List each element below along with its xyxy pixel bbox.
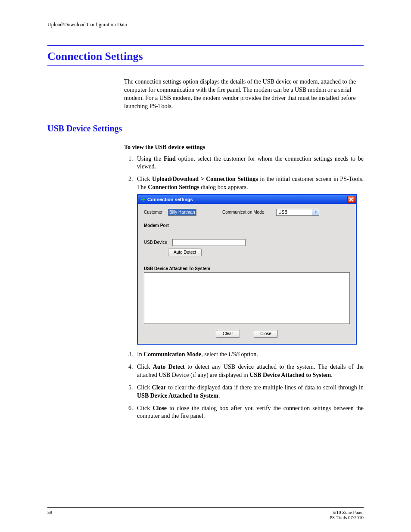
usb-device-label: USB Device	[144, 240, 168, 246]
step-1: Using the Find option, select the custom…	[134, 155, 364, 171]
step-text: Click	[137, 176, 152, 182]
step-italic: USB	[228, 351, 240, 358]
step-bold: Communication Mode	[143, 351, 201, 358]
intro-paragraph: The connection settings option displays …	[124, 78, 364, 111]
section-title: Connection Settings	[47, 49, 364, 64]
comm-mode-select[interactable]: USB ▾	[276, 209, 319, 216]
customer-field[interactable]: Billy Hartman	[168, 209, 196, 216]
customer-label: Customer	[144, 209, 164, 215]
step-bold: USB Device Attached to System	[137, 392, 218, 399]
step-text: In	[137, 351, 143, 358]
running-header: Upload/Download Configuration Data	[47, 22, 364, 28]
step-text: option.	[240, 351, 258, 358]
auto-detect-button[interactable]: Auto Detect	[168, 249, 202, 256]
step-text: .	[331, 372, 333, 378]
page-number: 58	[47, 510, 52, 520]
footer-date: PS-Tools 07/2010	[330, 515, 364, 520]
section-rule-top	[47, 45, 364, 46]
attached-list[interactable]	[144, 272, 350, 324]
comm-mode-value: USB	[278, 209, 287, 215]
subsection-title: USB Device Settings	[47, 124, 364, 134]
usb-device-field[interactable]	[172, 239, 246, 246]
step-text: to clear the displayed data if there are…	[166, 384, 364, 391]
attached-label: USB Device Attached To System	[144, 266, 350, 272]
step-text: Click	[137, 364, 153, 370]
step-bold: Auto Detect	[153, 364, 185, 370]
step-text: to close the dialog box after you verify…	[137, 405, 364, 420]
step-6: Click Close to close the dialog box afte…	[134, 404, 364, 421]
step-bold: Clear	[152, 384, 166, 391]
step-text: .	[218, 392, 220, 399]
steps-list: Using the Find option, select the custom…	[124, 155, 364, 421]
step-2: Click Upload/Download > Connection Setti…	[134, 175, 364, 345]
clear-button[interactable]: Clear	[216, 330, 240, 338]
step-text: Click	[137, 384, 152, 391]
close-button[interactable]: Close	[254, 330, 278, 338]
modem-port-label: Modem Port	[144, 223, 350, 229]
chevron-down-icon: ▾	[312, 209, 319, 215]
dialog-title: Connection settings	[147, 196, 193, 203]
close-icon[interactable]	[347, 196, 355, 203]
app-icon	[140, 197, 146, 202]
comm-mode-label: Communication Mode	[222, 209, 264, 215]
step-bold: Connection Settings	[148, 184, 199, 190]
step-bold: Close	[153, 405, 167, 411]
step-3: In Communication Mode, select the USB op…	[134, 351, 364, 359]
step-text: , select the	[201, 351, 228, 358]
step-bold: Find	[164, 156, 176, 162]
step-text: Using the	[137, 156, 164, 162]
step-bold: Upload/Download > Connection Settings	[152, 176, 258, 182]
step-bold: USB Device Attached to System	[249, 372, 331, 378]
connection-settings-dialog: Connection settings Customer Billy Hartm…	[137, 194, 357, 345]
footer-product: 5/10 Zone Panel	[333, 510, 364, 515]
step-4: Click Auto Detect to detect any USB devi…	[134, 363, 364, 380]
section-rule-bottom	[47, 65, 364, 66]
procedure-heading: To view the USB device settings	[124, 144, 364, 151]
svg-rect-1	[143, 197, 143, 202]
dialog-titlebar: Connection settings	[138, 195, 356, 204]
step-5: Click Clear to clear the displayed data …	[134, 384, 364, 400]
step-text: Click	[137, 405, 153, 411]
step-text: dialog box appears.	[199, 184, 248, 190]
page-footer: 58 5/10 Zone Panel PS-Tools 07/2010	[47, 507, 364, 520]
